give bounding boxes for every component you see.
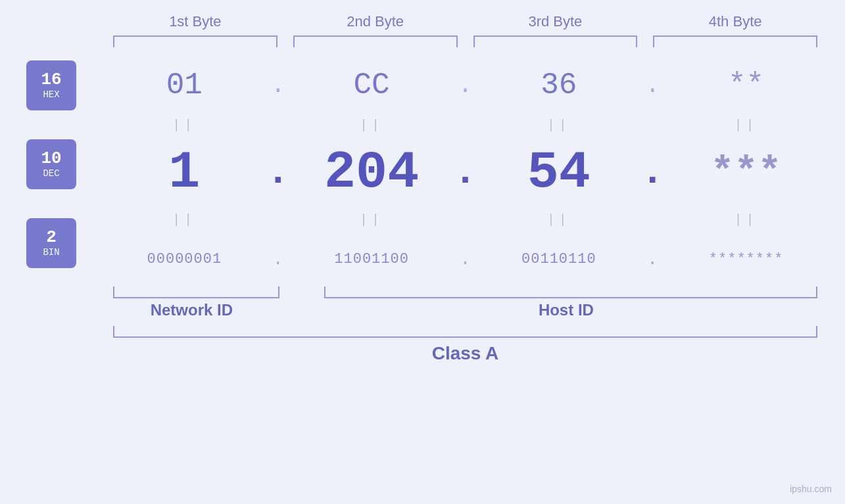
right-content: 01 . CC . 36 . ** || || || || 1 . — [105, 60, 825, 284]
hex-sep-3: . — [638, 72, 667, 99]
byte-headers-section: 1st Byte 2nd Byte 3rd Byte 4th Byte — [0, 13, 845, 60]
badges-column: 16 HEX 10 DEC 2 BIN — [26, 60, 105, 284]
bracket-network — [113, 286, 279, 298]
dec-b3: 54 — [480, 143, 639, 202]
eq-cell-2: || — [293, 118, 451, 133]
bin-sep-2: . — [451, 249, 480, 269]
top-bracket-1 — [113, 35, 278, 47]
eq-cell-3: || — [480, 118, 639, 133]
dec-badge-label: DEC — [43, 168, 59, 179]
hex-badge-wrap: 16 HEX — [26, 60, 105, 110]
bracket-gap — [287, 286, 316, 298]
dec-sep-1: . — [264, 150, 293, 195]
hex-b2: CC — [293, 68, 451, 103]
hex-badge: 16 HEX — [26, 60, 76, 110]
label-gap — [278, 301, 307, 319]
bin-b4: ******** — [667, 251, 825, 267]
bin-sep-3: . — [638, 249, 667, 269]
byte1-header: 1st Byte — [105, 13, 285, 30]
dec-row: 1 . 204 . 54 . *** — [105, 139, 825, 205]
hex-badge-label: HEX — [43, 89, 59, 100]
top-bracket-3 — [473, 35, 638, 47]
class-section: Class A — [0, 326, 845, 364]
hex-sep-2: . — [451, 72, 480, 99]
bin-badge: 2 BIN — [26, 218, 76, 268]
top-bracket-2 — [293, 35, 458, 47]
bottom-section: Network ID Host ID — [0, 286, 845, 319]
eq-row-1: || || || || — [105, 110, 825, 139]
host-id-label: Host ID — [307, 301, 825, 319]
bin-badge-label: BIN — [43, 247, 59, 258]
top-bracket-4 — [653, 35, 817, 47]
hex-row: 01 . CC . 36 . ** — [105, 60, 825, 110]
eq-cell-8: || — [667, 212, 825, 227]
class-label: Class A — [105, 343, 825, 364]
dec-badge-number: 10 — [41, 150, 61, 167]
bin-badge-number: 2 — [46, 229, 57, 246]
top-brackets — [105, 35, 825, 47]
eq-cell-7: || — [480, 212, 639, 227]
bin-row: 00000001 . 11001100 . 00110110 . *******… — [105, 234, 825, 284]
dec-badge: 10 DEC — [26, 139, 76, 189]
bin-b1: 00000001 — [105, 251, 264, 267]
byte4-header: 4th Byte — [645, 13, 825, 30]
rows-container: 16 HEX 10 DEC 2 BIN — [0, 60, 845, 284]
bin-b3: 00110110 — [480, 251, 639, 267]
byte3-header: 3rd Byte — [466, 13, 646, 30]
bin-b2: 11001100 — [293, 251, 451, 267]
hex-b1: 01 — [105, 68, 264, 103]
dec-b4: *** — [667, 150, 825, 195]
watermark: ipshu.com — [790, 484, 832, 494]
byte-headers-row: 1st Byte 2nd Byte 3rd Byte 4th Byte — [105, 13, 825, 30]
dec-b2: 204 — [293, 143, 451, 202]
dec-b1: 1 — [105, 143, 264, 202]
hex-badge-number: 16 — [41, 71, 61, 88]
class-bracket — [113, 326, 817, 338]
eq-cell-6: || — [293, 212, 451, 227]
eq-cell-4: || — [667, 118, 825, 133]
hex-b3: 36 — [480, 68, 639, 103]
bottom-bracket-row — [105, 286, 825, 298]
network-id-label: Network ID — [105, 301, 278, 319]
bracket-host — [324, 286, 817, 298]
main-layout: 1st Byte 2nd Byte 3rd Byte 4th Byte 16 H… — [0, 0, 845, 504]
hex-sep-1: . — [264, 72, 293, 99]
eq-spacer-2 — [26, 189, 105, 218]
eq-cell-1: || — [105, 118, 264, 133]
bin-sep-1: . — [264, 249, 293, 269]
dec-sep-3: . — [638, 150, 667, 195]
dec-badge-wrap: 10 DEC — [26, 139, 105, 189]
dec-sep-2: . — [451, 150, 480, 195]
hex-b4: ** — [667, 68, 825, 103]
bottom-labels-row: Network ID Host ID — [105, 301, 825, 319]
byte2-header: 2nd Byte — [285, 13, 466, 30]
eq-spacer-1 — [26, 110, 105, 139]
eq-row-2: || || || || — [105, 205, 825, 234]
eq-cell-5: || — [105, 212, 264, 227]
bin-badge-wrap: 2 BIN — [26, 218, 105, 268]
